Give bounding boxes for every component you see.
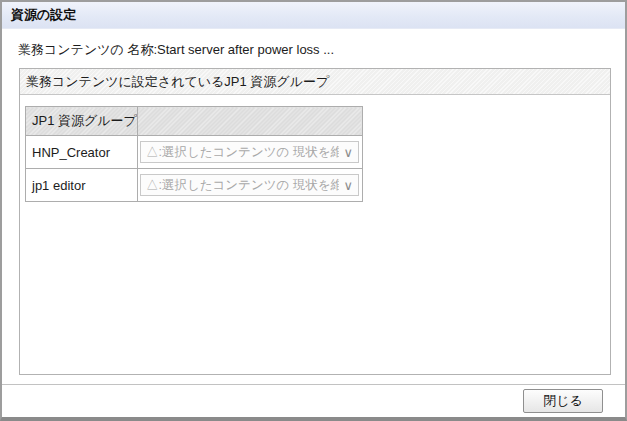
chevron-down-icon: ∨: [343, 178, 353, 193]
status-dropdown[interactable]: △:選択したコンテンツの 現状を維持 ∨: [140, 141, 359, 163]
dialog-titlebar: 資源の設定: [2, 2, 625, 29]
business-content-name-label: 業務コンテンツの 名称:Start server after power los…: [18, 41, 334, 59]
chevron-down-icon: ∨: [343, 145, 353, 160]
table-row: HNP_Creator △:選択したコンテンツの 現状を維持 ∨: [26, 136, 363, 169]
resource-group-select-cell: △:選択したコンテンツの 現状を維持 ∨: [137, 169, 362, 202]
resource-group-panel: 業務コンテンツに設定されているJP1 資源グループ JP1 資源グループ HNP…: [19, 68, 611, 375]
dropdown-selected-value: △:選択したコンテンツの 現状を維持: [146, 177, 339, 194]
dialog-title: 資源の設定: [11, 6, 76, 24]
resource-group-name: HNP_Creator: [26, 136, 138, 169]
status-dropdown[interactable]: △:選択したコンテンツの 現状を維持 ∨: [140, 174, 359, 196]
resource-group-select-cell: △:選択したコンテンツの 現状を維持 ∨: [137, 136, 362, 169]
panel-body: JP1 資源グループ HNP_Creator △:選択したコンテンツの 現状を維…: [20, 106, 610, 202]
resource-group-table: JP1 資源グループ HNP_Creator △:選択したコンテンツの 現状を維…: [25, 106, 363, 202]
table-header-row: JP1 資源グループ: [26, 107, 363, 136]
column-header-blank: [137, 107, 362, 136]
resource-group-name: jp1 editor: [26, 169, 138, 202]
table-row: jp1 editor △:選択したコンテンツの 現状を維持 ∨: [26, 169, 363, 202]
close-button[interactable]: 閉じる: [523, 389, 603, 413]
resource-settings-dialog: 資源の設定 業務コンテンツの 名称:Start server after pow…: [0, 0, 627, 421]
column-header-jp1-resource-group: JP1 資源グループ: [26, 107, 138, 136]
dropdown-selected-value: △:選択したコンテンツの 現状を維持: [146, 144, 339, 161]
panel-header-label: 業務コンテンツに設定されているJP1 資源グループ: [20, 69, 610, 95]
dialog-footer: 閉じる: [2, 384, 625, 417]
